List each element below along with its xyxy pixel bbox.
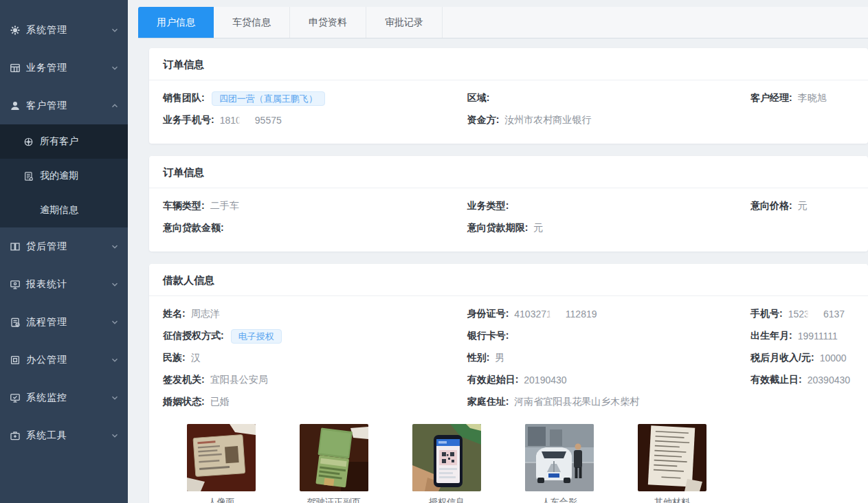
wheel-icon <box>23 136 34 147</box>
photo-id-card[interactable]: 人像面 <box>187 424 256 503</box>
sidebar-item-label: 系统监控 <box>26 392 110 404</box>
tab-car-loan-info[interactable]: 车贷信息 <box>214 7 290 38</box>
driving-license-photo-thumbnail[interactable] <box>300 424 368 491</box>
sidebar-item-label: 报表统计 <box>26 278 110 291</box>
photo-authorization-qr[interactable]: 授权信息 <box>412 424 481 503</box>
authorization-qr-photo-thumbnail[interactable] <box>412 424 481 491</box>
sidebar-item-process-mgmt[interactable]: 流程管理 <box>0 303 128 341</box>
other-document-photo-thumbnail[interactable] <box>638 424 706 491</box>
sidebar-item-label: 系统工具 <box>26 429 110 442</box>
field-value: 周志洋 <box>191 308 220 320</box>
field-value: 10000 <box>820 353 847 364</box>
tab-user-info[interactable]: 用户信息 <box>138 7 214 38</box>
sidebar-item-report-stats[interactable]: 报表统计 <box>0 265 128 303</box>
tab-loan-application-docs[interactable]: 申贷资料 <box>290 7 366 38</box>
chevron-down-icon <box>110 355 120 365</box>
field-marital-status: 婚姻状态: 已婚 <box>163 391 467 413</box>
field-value: 4103271112819 <box>514 309 597 320</box>
field-label: 资金方: <box>467 114 500 126</box>
order-info-card-2: 订单信息 车辆类型: 二手车 业务类型: 意向价格: 元 意向贷款金额: <box>149 156 868 252</box>
sidebar-item-my-overdue[interactable]: 我的逾期 <box>0 159 128 193</box>
field-label: 家庭住址: <box>467 396 509 408</box>
section-title: 订单信息 <box>149 156 868 188</box>
field-value: 15236137 <box>788 309 845 320</box>
redaction-box <box>550 309 567 320</box>
sidebar-item-office-mgmt[interactable]: 办公管理 <box>0 341 128 379</box>
field-value: 李晓旭 <box>798 92 827 104</box>
phone-prefix: 1523 <box>788 309 810 320</box>
sidebar-item-system-mgmt[interactable]: 系统管理 <box>0 11 128 49</box>
field-label: 手机号: <box>750 308 783 320</box>
sidebar-item-label: 我的逾期 <box>40 170 78 182</box>
field-value: 元 <box>798 200 808 212</box>
field-label: 婚姻状态: <box>163 396 205 408</box>
chevron-up-icon <box>110 101 120 111</box>
id-suffix: 112819 <box>566 309 597 320</box>
sidebar-item-system-monitor[interactable]: 系统监控 <box>0 379 128 416</box>
chevron-down-icon <box>110 242 120 252</box>
field-label: 区域: <box>467 92 490 104</box>
customer-mgmt-submenu: 所有客户 我的逾期 逾期信息 <box>0 124 128 227</box>
sidebar-item-label: 业务管理 <box>26 62 110 74</box>
toolbox-icon <box>10 430 21 441</box>
field-label: 销售团队: <box>163 92 205 104</box>
sidebar-item-customer-mgmt[interactable]: 客户管理 <box>0 87 128 124</box>
sidebar-nav: 系统管理 业务管理 客户管理 所有客户 <box>0 0 128 454</box>
field-label: 税后月收入/元: <box>750 352 814 364</box>
field-account-manager: 客户经理: 李晓旭 <box>750 87 854 109</box>
process-icon <box>10 317 21 328</box>
phone-prefix: 1810 <box>220 115 241 126</box>
field-empty <box>750 109 854 131</box>
field-vehicle-type: 车辆类型: 二手车 <box>163 195 467 217</box>
field-label: 签发机关: <box>163 374 205 386</box>
borrower-info-card: 借款人信息 姓名: 周志洋 身份证号: 4103271112819 手机号: 1… <box>149 264 868 503</box>
field-label: 出生年月: <box>750 330 792 342</box>
field-credit-auth: 征信授权方式: 电子授权 <box>163 325 467 347</box>
field-monthly-income: 税后月收入/元: 10000 <box>750 347 854 369</box>
sales-team-tag[interactable]: 四团一营（直属王鹏飞） <box>212 91 325 106</box>
field-ethnicity: 民族: 汉 <box>163 347 467 369</box>
section-title: 订单信息 <box>149 48 868 80</box>
chevron-down-icon <box>110 280 120 289</box>
field-business-phone: 业务手机号: 181095575 <box>163 109 467 131</box>
phone-suffix: 95575 <box>255 115 282 126</box>
redaction-box <box>808 309 825 320</box>
field-value: 19911111 <box>798 331 838 342</box>
sidebar-item-postloan-mgmt[interactable]: 贷后管理 <box>0 227 128 265</box>
field-gender: 性别: 男 <box>467 347 750 369</box>
field-label: 车辆类型: <box>163 200 205 212</box>
person-with-car-photo-thumbnail[interactable] <box>525 424 594 491</box>
field-value: 已婚 <box>210 396 230 408</box>
id-card-photo-thumbnail[interactable] <box>187 424 256 491</box>
field-value: 宜阳县公安局 <box>210 374 268 386</box>
field-home-address: 家庭住址: 河南省宜阳县花果山乡木柴村 <box>467 391 750 413</box>
field-sales-team: 销售团队: 四团一营（直属王鹏飞） <box>163 87 467 109</box>
field-label: 身份证号: <box>467 308 509 320</box>
field-issuing-authority: 签发机关: 宜阳县公安局 <box>163 369 467 391</box>
sidebar-item-label: 系统管理 <box>26 24 110 36</box>
credit-auth-tag[interactable]: 电子授权 <box>231 329 282 344</box>
tab-approval-records[interactable]: 审批记录 <box>366 7 443 38</box>
sidebar-item-system-tools[interactable]: 系统工具 <box>0 416 128 454</box>
field-value: 二手车 <box>210 200 239 212</box>
sidebar-item-all-customers[interactable]: 所有客户 <box>0 124 128 159</box>
photo-caption: 其他材料 <box>638 496 706 503</box>
order-info-card-1: 订单信息 销售团队: 四团一营（直属王鹏飞） 区域: 客户经理: 李晓旭 业务手 <box>149 48 868 144</box>
sidebar-item-business-mgmt[interactable]: 业务管理 <box>0 49 128 87</box>
field-label: 姓名: <box>163 308 186 320</box>
main-content: 用户信息 车贷信息 申贷资料 审批记录 订单信息 销售团队: 四团一营（直属王鹏… <box>128 0 868 503</box>
tab-bar: 用户信息 车贷信息 申贷资料 审批记录 <box>138 7 868 38</box>
photo-driving-license[interactable]: 驾驶证正副页 <box>300 424 368 503</box>
field-value: 元 <box>533 222 543 234</box>
sidebar-item-label: 办公管理 <box>26 354 110 366</box>
chevron-down-icon <box>110 63 120 73</box>
gear-icon <box>10 25 21 36</box>
sidebar-item-overdue-info[interactable]: 逾期信息 <box>0 193 128 227</box>
redaction-box <box>240 115 256 126</box>
photo-person-with-car[interactable]: 人车合影 <box>525 424 594 503</box>
photo-caption: 授权信息 <box>412 496 481 503</box>
field-bank-card: 银行卡号: <box>467 325 750 347</box>
photo-other-document[interactable]: 其他材料 <box>638 424 706 503</box>
field-label: 民族: <box>163 352 186 364</box>
monitor-icon <box>10 279 21 290</box>
